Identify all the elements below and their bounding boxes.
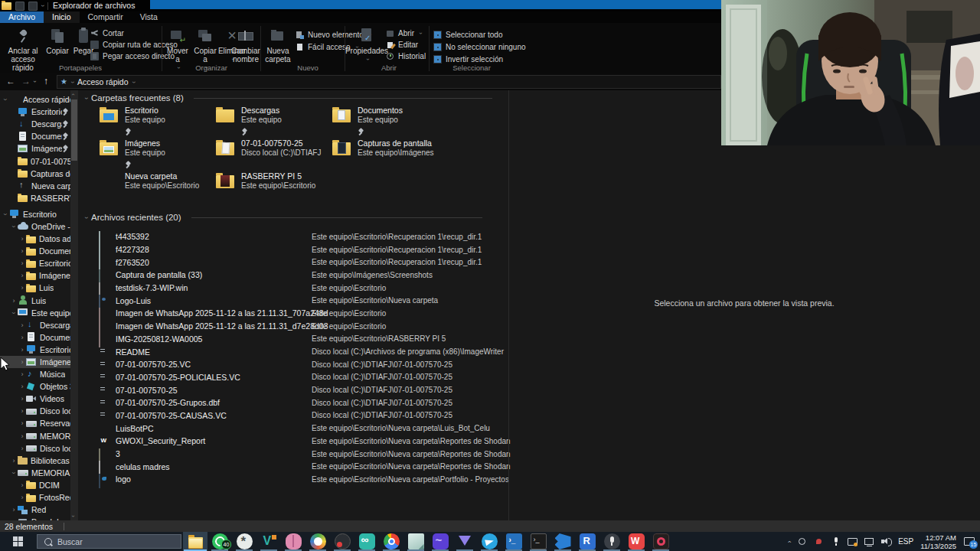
taskbar-app-button[interactable]: [477, 532, 501, 551]
tree-expander-icon[interactable]: ›: [18, 284, 26, 292]
recent-file-row[interactable]: f4227328 Este equipo\Escritorio\Recupera…: [78, 243, 508, 256]
taskbar-app-button[interactable]: [281, 532, 305, 551]
taskbar-app-button[interactable]: [379, 532, 403, 551]
pane-divider[interactable]: [508, 90, 509, 520]
scroll-up-icon[interactable]: ›: [70, 93, 77, 96]
taskbar-app-button[interactable]: [305, 532, 330, 551]
sidebar-item[interactable]: › MEMORIA1 (E:): [0, 467, 70, 479]
select-none-button[interactable]: No seleccionar ninguno: [433, 42, 526, 52]
taskbar-search[interactable]: Buscar: [37, 534, 181, 549]
tree-expander-icon[interactable]: ›: [18, 419, 26, 427]
sidebar-item[interactable]: › 07-01-007570-25: [0, 155, 70, 167]
tray-volume-icon[interactable]: [881, 536, 891, 546]
sidebar-item[interactable]: › Disco local (C:): [0, 405, 70, 417]
start-button[interactable]: [0, 532, 35, 551]
tree-expander-icon[interactable]: ›: [10, 457, 18, 465]
recent-file-row[interactable]: 07-01-007570-25-POLICIALES.VC Disco loca…: [78, 371, 508, 384]
recent-file-row[interactable]: LuisBotPC Este equipo\Escritorio\Nueva c…: [78, 422, 508, 435]
sidebar-item[interactable]: › FotosRecupera: [0, 491, 70, 504]
recent-file-row[interactable]: 07-01-007570-25 Disco local (C:)\DTIAFJ\…: [78, 383, 508, 396]
tree-expander-icon[interactable]: ›: [2, 96, 9, 103]
taskbar-app-button[interactable]: [428, 532, 452, 551]
sidebar-item[interactable]: › Documentos: [0, 130, 70, 142]
tree-expander-icon[interactable]: ›: [18, 334, 26, 341]
taskbar-app-button[interactable]: [452, 532, 477, 551]
recent-locations-dropdown-icon[interactable]: ›: [31, 80, 38, 83]
tray-recording-icon[interactable]: [814, 536, 824, 546]
tree-expander-icon[interactable]: ›: [10, 469, 18, 477]
taskbar-app-button[interactable]: [183, 532, 207, 551]
folder-tile[interactable]: Imágenes Este equipo: [100, 139, 214, 171]
sidebar-item[interactable]: › Escritorio: [0, 257, 70, 269]
language-indicator[interactable]: ESP: [898, 537, 913, 546]
recent-file-row[interactable]: 3 Este equipo\Escritorio\Nueva carpeta\R…: [78, 448, 508, 461]
tree-expander-icon[interactable]: ›: [18, 407, 26, 415]
tree-expander-icon[interactable]: ›: [18, 247, 26, 255]
breadcrumb[interactable]: Acceso rápido: [77, 77, 129, 86]
tree-expander-icon[interactable]: ›: [18, 346, 26, 354]
properties-button[interactable]: Propiedades: [349, 26, 384, 64]
recent-file-row[interactable]: Captura de pantalla (33) Este equipo\Imá…: [78, 269, 508, 282]
tray-network-icon[interactable]: [864, 536, 874, 546]
taskbar-app-button[interactable]: [330, 532, 354, 551]
taskbar-app-button[interactable]: [575, 532, 599, 551]
recent-file-row[interactable]: GWOXI_Security_Report Este equipo\Escrit…: [78, 435, 508, 448]
ribbon-tab[interactable]: Vista: [132, 11, 166, 23]
new-folder-button[interactable]: Nueva carpeta: [263, 26, 292, 64]
tree-expander-icon[interactable]: ›: [18, 370, 26, 378]
sidebar-item[interactable]: › Descargas: [0, 118, 70, 130]
recent-file-row[interactable]: 07-01-007570-25-CAUSAS.VC Disco local (C…: [78, 409, 508, 422]
tree-expander-icon[interactable]: ›: [18, 481, 26, 489]
tree-expander-icon[interactable]: ›: [18, 432, 26, 440]
folder-tile[interactable]: Descargas Este equipo: [216, 106, 331, 138]
sidebar-item[interactable]: › Reservado para: [0, 417, 70, 429]
recent-file-row[interactable]: celulas madres Este equipo\Escritorio\Nu…: [78, 460, 508, 473]
taskbar-app-button[interactable]: [501, 532, 526, 551]
taskbar-app-button[interactable]: [550, 532, 575, 551]
recent-file-row[interactable]: Imagen de WhatsApp 2025-11-12 a las 21.1…: [78, 320, 508, 333]
up-arrow-icon[interactable]: ↑: [44, 76, 48, 86]
folder-tile[interactable]: Capturas de pantalla Este equipo\Imágene…: [332, 139, 447, 171]
sidebar-item[interactable]: › Datos adjuntos: [0, 233, 70, 245]
cut-button[interactable]: Cortar: [90, 28, 124, 38]
address-bar[interactable]: ★ › Acceso rápido ›: [57, 75, 721, 89]
taskbar-app-button[interactable]: 40: [207, 532, 232, 551]
folder-tile[interactable]: RASBERRY PI 5 Este equipo\Escritorio: [216, 171, 331, 204]
action-center-icon[interactable]: 15: [963, 536, 975, 547]
sidebar-item[interactable]: › Imágenes: [0, 142, 70, 155]
recent-file-row[interactable]: Logo-Luis Este equipo\Escritorio\Nueva c…: [78, 294, 508, 307]
recent-files-header[interactable]: › Archivos recientes (20): [85, 213, 482, 222]
collapse-chevron-icon[interactable]: ›: [83, 97, 90, 99]
sidebar-item[interactable]: › RASBERRY PI 5: [0, 192, 70, 204]
tree-expander-icon[interactable]: ›: [18, 272, 26, 279]
sidebar-item[interactable]: › Escritorio: [0, 106, 70, 118]
sidebar-item[interactable]: › Objetos 3D: [0, 380, 70, 393]
scroll-down-icon[interactable]: ›: [70, 515, 77, 517]
frequent-folders-header[interactable]: › Carpetas frecuentes (8): [85, 93, 492, 103]
sidebar-item[interactable]: › Capturas de pan: [0, 168, 70, 180]
recent-file-row[interactable]: Imagen de WhatsApp 2025-11-12 a las 21.1…: [78, 307, 508, 320]
ribbon-tab[interactable]: Compartir: [80, 11, 132, 23]
recent-file-row[interactable]: 07-01-007570-25.VC Disco local (C:)\DTIA…: [78, 358, 508, 371]
sidebar-scrollbar[interactable]: › ›: [70, 90, 78, 520]
sidebar-item[interactable]: › Documentos: [0, 331, 70, 344]
recent-file-row[interactable]: IMG-20250812-WA0005 Este equipo\Escritor…: [78, 333, 508, 346]
select-all-button[interactable]: Seleccionar todo: [433, 30, 503, 40]
recent-file-row[interactable]: logo Este equipo\Escritorio\Nueva carpet…: [78, 473, 508, 486]
sidebar-item[interactable]: › Luis: [0, 295, 70, 307]
recent-file-row[interactable]: README Disco local (C:)\Archivos de prog…: [78, 345, 508, 358]
tree-expander-icon[interactable]: ›: [18, 259, 26, 267]
taskbar-app-button[interactable]: [232, 532, 256, 551]
sidebar-item[interactable]: › MEMORIA1 (E:: [0, 430, 70, 442]
tree-expander-icon[interactable]: ›: [18, 494, 26, 501]
tray-app-icon[interactable]: [797, 536, 807, 546]
tray-display-icon[interactable]: [848, 536, 858, 546]
sidebar-item[interactable]: › Acceso rápido: [0, 93, 70, 106]
sidebar-item[interactable]: › Imágenes: [0, 269, 70, 282]
taskbar-app-button[interactable]: [403, 532, 428, 551]
tree-expander-icon[interactable]: ›: [18, 358, 26, 366]
taskbar-app-button[interactable]: [624, 532, 648, 551]
sidebar-item[interactable]: › Red: [0, 504, 70, 516]
sidebar-item[interactable]: › Documentos: [0, 245, 70, 257]
clock[interactable]: 12:07 AM 11/13/2025: [920, 533, 956, 550]
